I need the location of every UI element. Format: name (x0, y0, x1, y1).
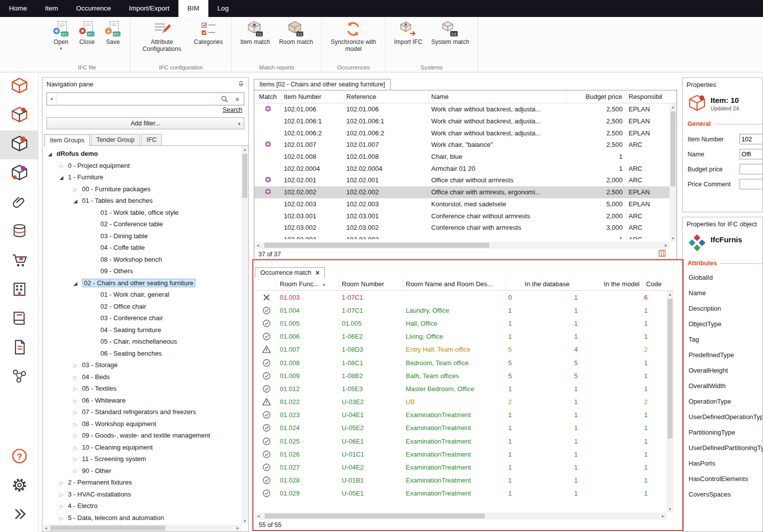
column-header-in-database[interactable]: In the database (506, 278, 572, 290)
tree-expander-icon[interactable] (73, 420, 82, 428)
items-horizontal-scrollbar[interactable]: ◄ ► (254, 242, 670, 249)
price-comment-field[interactable] (740, 179, 763, 189)
item-row[interactable]: 102.02.003 102.02.003 Kontorstol, med sa… (254, 198, 677, 210)
tree-item[interactable]: 03 - Dining table (42, 230, 241, 242)
column-header-in-model[interactable]: In the model (572, 278, 642, 290)
occurrence-row[interactable]: 01.022 U-03E2 UB 2 1 2 (255, 396, 674, 409)
ifc-attribute-item[interactable]: OverallWidth (683, 378, 763, 394)
tree-item[interactable]: 05 - Chair, mischellaneous (42, 336, 241, 348)
settings-button[interactable] (0, 471, 38, 500)
column-header-reference[interactable]: Reference (344, 90, 429, 103)
item-row[interactable]: 102.01.008 102.01.008 Chair, blue 1 (254, 151, 677, 163)
tree-item[interactable]: 02 - Office chair (42, 301, 241, 313)
occurrence-row[interactable]: 01.004 1-07C1 Laundry, Office 1 1 1 (255, 304, 674, 317)
tree-expander-icon[interactable] (73, 467, 82, 475)
ifc-attribute-item[interactable]: CoversSpaces (683, 487, 763, 502)
item-row[interactable]: 102.03.003 102.03.003 1 ARC (254, 234, 677, 239)
tree-item[interactable]: 01 - Work table, office style (42, 207, 241, 219)
tree-item[interactable]: 11 - Screening system (42, 453, 241, 465)
tree-item[interactable]: 09 - Goods-, waste- and textile manageme… (42, 430, 241, 442)
tree-item[interactable]: 04 - Coffe table (42, 242, 241, 254)
item-row[interactable]: 102.02.0004 102.02.0004 Armchair 01 20 1… (254, 162, 677, 174)
tree-item[interactable]: 1 - Furniture (42, 171, 241, 183)
tree-item[interactable]: 01 - Work chair, general (42, 289, 241, 301)
items-tab[interactable]: Items [02 - Chairs and other seating fur… (254, 79, 391, 90)
occurrence-row[interactable]: 01.025 U-06E1 ExaminationTreatment 1 1 1 (255, 435, 674, 448)
column-header-item-number[interactable]: Item Number (282, 90, 344, 103)
ifc-attribute-item[interactable]: PartitioningType (683, 425, 763, 440)
occurrence-row[interactable]: 01.007 1-08D3 Entry Hall, Team office 5 … (255, 343, 674, 356)
ifc-attribute-item[interactable]: HasPorts (683, 456, 763, 471)
pin-icon[interactable] (238, 81, 244, 87)
item-row[interactable]: 102.01.006:1 102.01.006:1 Work chair wit… (254, 115, 677, 127)
item-number-field[interactable] (740, 134, 763, 144)
item-row[interactable]: 102.03.002 102.03.002 Conference chair w… (254, 222, 677, 234)
tree-item[interactable]: 09 - Others (42, 265, 241, 277)
ifc-attribute-item[interactable]: HasControlElements (683, 471, 763, 487)
tree-item[interactable]: 00 - Furniture packages (42, 183, 241, 195)
tree-item[interactable]: 02 - Chairs and other seating furniture (42, 277, 241, 289)
tree-item[interactable]: 0 - Project equipment (42, 160, 241, 172)
column-header-budget-price[interactable]: Budget price (567, 90, 627, 103)
tree-item[interactable]: 10 - Cleaning equipment (42, 442, 241, 454)
tree-item[interactable]: 02 - Conference table (42, 218, 241, 230)
tab-item-groups[interactable]: Item Groups (44, 134, 90, 146)
menu-item[interactable]: Item (36, 0, 67, 17)
item-row[interactable]: 102.01.006:2 102.01.006:2 Work chair wit… (254, 127, 677, 139)
attribute-configurations-button[interactable]: Attribute Configurations (134, 19, 189, 54)
tree-item[interactable]: 01 - Tables and benches (42, 195, 241, 207)
tree-item[interactable]: 5 - Data, telecom and automation (42, 512, 241, 524)
tree-expander-icon[interactable] (73, 408, 82, 416)
item-row[interactable]: 102.02.001 102.02.001 Office chair witho… (254, 174, 677, 186)
occurrence-horizontal-scrollbar[interactable]: ◄ ► (255, 513, 667, 520)
tab-ifc[interactable]: IFC (141, 134, 162, 145)
save-ifc-button[interactable]: IFC Save (100, 19, 126, 47)
module-reports-button[interactable] (0, 304, 38, 333)
search-icon[interactable] (218, 93, 231, 105)
module-rooms-button[interactable] (0, 72, 38, 101)
occurrence-row[interactable]: 01.009 1-08B2 Bath, Team offices 5 5 1 (255, 369, 674, 382)
tree-vertical-scrollbar[interactable]: ▲ ▼ (241, 146, 248, 525)
tree-item[interactable]: 4 - Electro (42, 500, 241, 512)
column-chooser-icon[interactable] (659, 250, 666, 258)
tree-expander-icon[interactable] (73, 197, 82, 204)
occurrence-match-tab[interactable]: Occurrence match × (255, 267, 325, 278)
occurrence-row[interactable]: 01.003 1-07C1 0 1 6 (255, 291, 674, 304)
ifc-attribute-item[interactable]: UserDefinedOperationType (683, 409, 763, 425)
tree-expander-icon[interactable] (73, 397, 82, 404)
tree-expander-icon[interactable] (59, 162, 68, 169)
item-row[interactable]: 102.01.007 102.01.007 Work chair, "balan… (254, 139, 677, 151)
tree-item[interactable]: 06 - Whiteware (42, 395, 241, 407)
import-ifc-button[interactable]: Import IFC (389, 19, 427, 47)
occurrence-row[interactable]: 01.026 U-01C1 ExaminationTreatment 1 1 1 (255, 448, 674, 461)
menu-log[interactable]: Log (208, 0, 238, 17)
ifc-attribute-item[interactable]: OverallHeight (683, 363, 763, 378)
occurrence-row[interactable]: 01.005 01.005 Hall, Office 1 1 1 (255, 317, 674, 330)
system-match-button[interactable]: 1:1 System match (427, 19, 474, 47)
items-vertical-scrollbar[interactable]: ▲ ▼ (670, 103, 677, 242)
tree-expander-icon[interactable] (73, 373, 82, 381)
tree-expander-icon[interactable] (59, 502, 68, 510)
tree-item[interactable]: 07 - Standard refrigerators and freezers (42, 406, 241, 418)
ifc-attribute-item[interactable]: ObjectType (683, 316, 763, 332)
tree-expander-icon[interactable] (73, 455, 82, 463)
room-match-button[interactable]: 1:1 Room match (274, 19, 317, 47)
tree-horizontal-scrollbar[interactable]: ◄ ► (42, 525, 241, 532)
tree-item[interactable]: 03 - Conference chair (42, 312, 241, 324)
name-field[interactable] (740, 149, 763, 159)
tree-item[interactable]: 3 - HVAC-installations (42, 489, 241, 501)
column-header-responsible[interactable]: Responsibil (627, 90, 677, 103)
occurrence-row[interactable]: 01.006 1-06E2 Living, Office 1 1 1 (255, 330, 674, 343)
column-header-room-name[interactable]: Room Name and Room Des... (404, 278, 506, 290)
module-items-button[interactable] (0, 130, 38, 159)
column-header-room-function[interactable]: Room Func...▲ (278, 278, 340, 290)
tree-expander-icon[interactable] (48, 150, 56, 157)
occurrence-row[interactable]: 01.027 U-04E2 ExaminationTreatment 1 1 1 (255, 461, 674, 474)
occurrence-row[interactable]: 01.028 U-01B1 ExaminationTreatment 1 1 1 (255, 474, 674, 487)
tree-item[interactable]: 03 - Storage (42, 359, 241, 371)
add-filter-dropdown[interactable]: Add filter... ▾ (46, 117, 244, 129)
ifc-attribute-item[interactable]: GlobalId (683, 270, 763, 285)
ifc-attribute-item[interactable]: Name (683, 285, 763, 301)
close-ifc-button[interactable]: IFC Close (74, 19, 100, 47)
menu-import-export[interactable]: Import/Export (120, 0, 178, 17)
